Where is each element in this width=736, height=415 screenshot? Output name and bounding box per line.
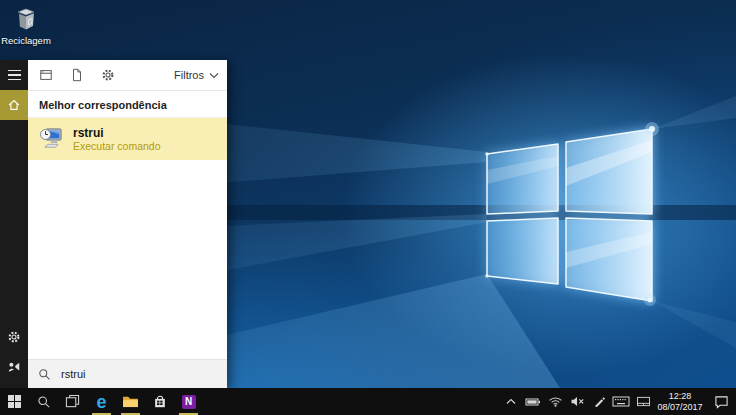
chevron-up-icon <box>506 398 516 405</box>
documents-filter-icon[interactable] <box>70 68 84 82</box>
home-icon <box>7 98 21 112</box>
action-center-button[interactable] <box>706 388 736 415</box>
hidden-icons-button[interactable] <box>500 388 522 415</box>
network-button[interactable] <box>544 388 566 415</box>
edge-button[interactable]: e <box>87 388 116 415</box>
feedback-icon <box>7 360 21 374</box>
search-icon <box>38 368 51 381</box>
keyboard-icon <box>612 396 630 407</box>
search-box[interactable] <box>28 359 227 388</box>
battery-icon <box>525 397 541 407</box>
hamburger-icon <box>8 70 21 81</box>
onenote-icon: N <box>182 395 196 409</box>
folder-icon <box>122 395 139 408</box>
settings-filter-icon[interactable] <box>101 68 115 82</box>
best-match-header: Melhor correspondência <box>28 91 227 118</box>
touchpad-button[interactable] <box>632 388 654 415</box>
battery-button[interactable] <box>522 388 544 415</box>
search-flyout-rail <box>0 60 28 388</box>
search-result-rstrui[interactable]: rstrui Executar comando <box>28 118 227 160</box>
windows-logo-icon <box>8 395 21 408</box>
system-tray: 12:28 08/07/2017 <box>500 388 736 415</box>
windows-desktop: Reciclagem <box>0 0 736 415</box>
edge-icon: e <box>96 393 106 411</box>
system-restore-icon <box>38 126 64 152</box>
feedback-button[interactable] <box>0 352 28 382</box>
result-text: rstrui Executar comando <box>73 126 161 153</box>
touchpad-icon <box>636 396 651 407</box>
clock-time: 12:28 <box>654 391 706 402</box>
pen-icon <box>593 395 606 408</box>
search-icon <box>37 395 51 409</box>
home-button[interactable] <box>0 90 28 120</box>
touch-keyboard-button[interactable] <box>610 388 632 415</box>
task-view-button[interactable] <box>58 388 87 415</box>
taskbar: e N <box>0 388 736 415</box>
store-icon <box>153 394 167 409</box>
taskbar-apps: e N <box>0 388 203 415</box>
file-explorer-button[interactable] <box>116 388 145 415</box>
gear-icon <box>7 330 21 344</box>
search-filter-toolbar: Filtros <box>28 60 227 91</box>
onenote-button[interactable]: N <box>174 388 203 415</box>
recycle-bin[interactable]: Reciclagem <box>2 5 50 46</box>
filters-dropdown[interactable]: Filtros <box>174 69 219 81</box>
menu-button[interactable] <box>0 60 28 90</box>
result-subtitle: Executar comando <box>73 140 161 153</box>
result-title: rstrui <box>73 126 161 140</box>
store-button[interactable] <box>145 388 174 415</box>
settings-button[interactable] <box>0 322 28 352</box>
search-input[interactable] <box>59 367 213 381</box>
start-button[interactable] <box>0 388 29 415</box>
clock[interactable]: 12:28 08/07/2017 <box>654 388 706 415</box>
clock-date: 08/07/2017 <box>654 402 706 413</box>
pen-button[interactable] <box>588 388 610 415</box>
action-center-icon <box>714 395 729 409</box>
recycle-bin-icon <box>12 5 40 33</box>
apps-filter-icon[interactable] <box>39 68 53 82</box>
filters-label: Filtros <box>174 69 204 81</box>
chevron-down-icon <box>209 72 219 79</box>
volume-muted-icon <box>570 396 585 407</box>
taskbar-search-button[interactable] <box>29 388 58 415</box>
wifi-icon <box>548 396 563 407</box>
task-view-icon <box>65 394 80 409</box>
search-flyout-content: Filtros Melhor correspondência <box>28 60 227 388</box>
results-empty-area <box>28 160 227 359</box>
search-flyout: Filtros Melhor correspondência <box>0 60 227 388</box>
recycle-bin-label: Reciclagem <box>1 35 51 46</box>
volume-button[interactable] <box>566 388 588 415</box>
